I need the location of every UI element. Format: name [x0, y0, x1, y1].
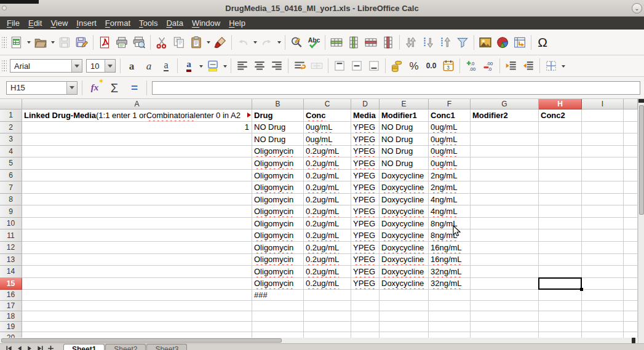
column-header-A[interactable]: A — [22, 99, 252, 109]
cell-G13[interactable] — [471, 254, 539, 266]
row-header-15[interactable]: 15 — [0, 278, 22, 290]
cell-E20[interactable] — [380, 332, 429, 338]
cell-G6[interactable] — [471, 170, 539, 182]
cell-E12[interactable]: Doxycycline — [380, 242, 429, 254]
cell-E18[interactable] — [380, 311, 429, 322]
cell-C5[interactable]: 0.2ug/mL — [304, 157, 351, 170]
sheet-tab-sheet3[interactable]: Sheet3 — [146, 344, 187, 350]
cell-E17[interactable] — [380, 301, 429, 311]
cell-H18[interactable] — [539, 311, 582, 322]
align-left-button[interactable] — [234, 57, 250, 74]
cell-I1[interactable] — [582, 109, 624, 122]
cell-C12[interactable]: 0.2ug/mL — [304, 242, 351, 254]
cell-A1[interactable]: Linked Drug-Media (1:1 enter 1 or Combin… — [22, 109, 252, 122]
menu-edit[interactable]: Edit — [24, 17, 46, 29]
cell-I18[interactable] — [582, 311, 624, 322]
cell-J8[interactable] — [624, 194, 638, 206]
cell-B14[interactable]: Oligomycin — [252, 266, 304, 278]
row-header-2[interactable]: 2 — [0, 122, 22, 134]
cell-C11[interactable]: 0.2ug/mL — [304, 229, 351, 242]
cell-I12[interactable] — [582, 242, 624, 254]
row-header-16[interactable]: 16 — [0, 290, 22, 300]
cell-I6[interactable] — [582, 170, 624, 182]
align-center-button[interactable] — [252, 57, 268, 74]
save-button[interactable] — [57, 34, 73, 51]
cell-D8[interactable]: YPEG — [351, 194, 380, 206]
cell-D1[interactable]: Media — [351, 109, 380, 122]
cell-B10[interactable]: Oligomycin — [252, 218, 304, 230]
open-folder-dropdown-arrow[interactable] — [51, 41, 55, 46]
row-header-1[interactable]: 1 — [0, 109, 22, 122]
cell-A13[interactable] — [22, 254, 252, 266]
copy-button[interactable] — [171, 34, 187, 51]
cell-J11[interactable] — [624, 229, 638, 242]
redo-dropdown-arrow[interactable] — [277, 41, 281, 46]
toolbar-grip[interactable] — [2, 59, 7, 73]
align-bottom-button[interactable] — [366, 57, 382, 74]
cell-F9[interactable]: 4ng/mL — [429, 205, 471, 218]
cell-D2[interactable]: YPEG — [351, 122, 380, 134]
cell-H5[interactable] — [539, 157, 582, 170]
cell-C3[interactable]: 0ug/mL — [304, 133, 351, 146]
cell-E13[interactable]: Doxycycline — [380, 254, 429, 266]
cell-F16[interactable] — [429, 290, 471, 300]
cell-I20[interactable] — [582, 332, 624, 338]
cell-D10[interactable]: YPEG — [351, 218, 380, 230]
date-format-button[interactable]: 3 — [440, 57, 456, 74]
cell-I3[interactable] — [582, 133, 624, 146]
cell-F20[interactable] — [429, 332, 471, 338]
cell-A7[interactable] — [22, 181, 252, 194]
insert-image-button[interactable] — [477, 34, 493, 51]
center-vertically-button[interactable] — [349, 57, 365, 74]
cell-C17[interactable] — [304, 301, 351, 311]
cell-E6[interactable]: Doxycycline — [380, 170, 429, 182]
highlighting-button[interactable] — [205, 57, 221, 74]
cell-B13[interactable]: Oligomycin — [252, 254, 304, 266]
cell-J6[interactable] — [624, 170, 638, 182]
sheet-tab-sheet1[interactable]: Sheet1 — [63, 344, 105, 350]
cell-J3[interactable] — [624, 133, 638, 146]
cell-B19[interactable] — [252, 322, 304, 332]
cell-G4[interactable] — [471, 146, 539, 158]
font-color-dropdown-arrow[interactable] — [199, 65, 203, 70]
font-name-dropdown[interactable] — [71, 60, 82, 72]
cell-E5[interactable]: NO Drug — [380, 157, 429, 170]
horizontal-scrollbar[interactable] — [0, 338, 638, 343]
cell-F12[interactable]: 16ng/mL — [429, 242, 471, 254]
cell-F3[interactable]: 0ug/mL — [429, 133, 471, 146]
cell-A17[interactable] — [22, 301, 252, 311]
column-header-F[interactable]: F — [429, 99, 471, 109]
cell-B5[interactable]: Oligomycin — [252, 157, 304, 170]
cell-D11[interactable]: YPEG — [351, 229, 380, 242]
align-right-button[interactable] — [269, 57, 285, 74]
borders-dropdown-arrow[interactable] — [562, 65, 565, 70]
cell-J13[interactable] — [624, 254, 638, 266]
cell-H2[interactable] — [539, 122, 582, 134]
add-decimal-button[interactable]: .0.00 — [463, 57, 479, 74]
sort-descending-button[interactable] — [420, 34, 436, 51]
cell-F7[interactable]: 2ng/mL — [429, 181, 471, 194]
cell-B20[interactable] — [252, 332, 304, 338]
cell-F1[interactable]: Conc1 — [429, 109, 471, 122]
cell-F11[interactable]: 8ng/mL — [429, 229, 471, 242]
cell-A8[interactable] — [22, 194, 252, 206]
sort-ascending-button[interactable] — [437, 34, 453, 51]
column-header-H[interactable]: H — [539, 99, 582, 109]
cell-A4[interactable] — [22, 146, 252, 158]
cell-D4[interactable]: YPEG — [351, 146, 380, 158]
menu-view[interactable]: View — [46, 17, 72, 29]
insert-sheet-button[interactable] — [46, 344, 56, 350]
undo-button[interactable] — [235, 34, 251, 51]
cell-C2[interactable]: 0ug/mL — [304, 122, 351, 134]
cell-A18[interactable] — [22, 311, 252, 322]
cell-J19[interactable] — [624, 322, 638, 332]
align-top-button[interactable] — [332, 57, 348, 74]
cell-C20[interactable] — [304, 332, 351, 338]
currency-button[interactable] — [389, 57, 405, 74]
menu-window[interactable]: Window — [188, 17, 225, 29]
selected-cell-H15[interactable] — [538, 277, 582, 290]
cell-B2[interactable]: NO Drug — [252, 122, 304, 134]
highlighting-dropdown-arrow[interactable] — [223, 65, 227, 70]
cell-J20[interactable] — [624, 332, 638, 338]
cell-F2[interactable]: 0ug/mL — [429, 122, 471, 134]
